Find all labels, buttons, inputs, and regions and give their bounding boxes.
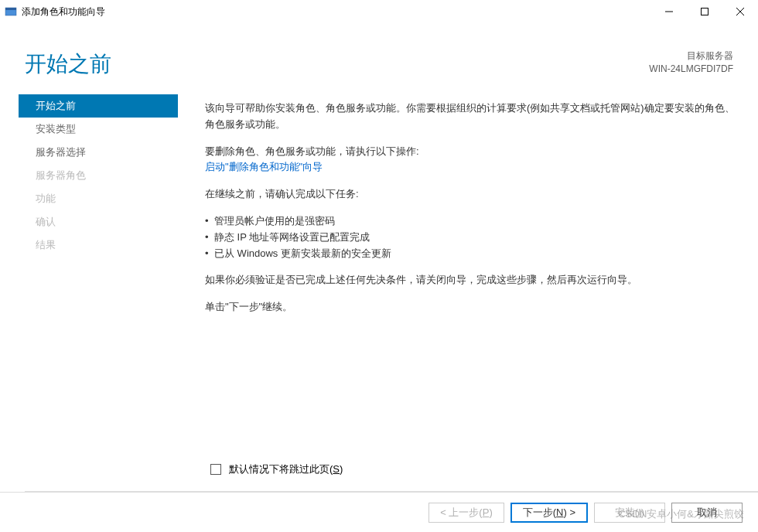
task-item: 静态 IP 地址等网络设置已配置完成 <box>205 230 735 246</box>
window-title: 添加角色和功能向导 <box>22 5 651 19</box>
tasks-intro: 在继续之前，请确认完成以下任务: <box>205 186 735 203</box>
sidebar-label: 功能 <box>36 192 56 206</box>
launch-remove-wizard-link[interactable]: 启动"删除角色和功能"向导 <box>205 161 323 172</box>
app-icon <box>5 5 17 18</box>
page-title: 开始之前 <box>25 49 111 79</box>
sidebar-label: 结果 <box>36 238 56 252</box>
target-server-info: 目标服务器 WIN-24LMGFDI7DF <box>649 49 733 76</box>
content: 该向导可帮助你安装角色、角色服务或功能。你需要根据组织的计算要求(例如共享文档或… <box>178 94 758 326</box>
continue-text: 单击"下一步"继续。 <box>205 299 735 315</box>
sidebar-label: 服务器选择 <box>36 145 86 159</box>
sidebar-label: 安装类型 <box>36 122 76 136</box>
cancel-button[interactable]: 取消 <box>671 503 743 523</box>
skip-page-row: 默认情况下将跳过此页(S) <box>210 462 343 476</box>
body: 开始之前 安装类型 服务器选择 服务器角色 功能 确认 结果 该向导可帮助你安装… <box>0 87 758 326</box>
sidebar-label: 服务器角色 <box>36 169 86 182</box>
sidebar-item-features: 功能 <box>19 187 178 210</box>
svg-rect-1 <box>5 8 16 10</box>
sidebar-item-installation-type[interactable]: 安装类型 <box>19 118 178 141</box>
remove-line: 要删除角色、角色服务或功能，请执行以下操作: <box>205 145 419 157</box>
window-controls <box>651 0 758 23</box>
verify-text: 如果你必须验证是否已完成上述任何先决条件，请关闭向导，完成这些步骤，然后再次运行… <box>205 272 735 288</box>
task-item: 已从 Windows 更新安装最新的安全更新 <box>205 246 735 262</box>
minimize-button[interactable] <box>651 0 687 23</box>
wizard-sidebar: 开始之前 安装类型 服务器选择 服务器角色 功能 确认 结果 <box>0 94 178 326</box>
target-value: WIN-24LMGFDI7DF <box>649 63 733 76</box>
wizard-footer: < 上一步(P) 下一步(N) > 安装(I) 取消 <box>0 492 758 532</box>
sidebar-item-confirmation: 确认 <box>19 210 178 234</box>
intro-text: 该向导可帮助你安装角色、角色服务或功能。你需要根据组织的计算要求(例如共享文档或… <box>205 101 735 133</box>
task-item: 管理员帐户使用的是强密码 <box>205 213 735 230</box>
sidebar-item-server-roles: 服务器角色 <box>19 164 178 187</box>
sidebar-item-before-you-begin[interactable]: 开始之前 <box>19 94 178 118</box>
svg-rect-3 <box>702 9 708 15</box>
header: 开始之前 目标服务器 WIN-24LMGFDI7DF <box>0 23 758 87</box>
next-button[interactable]: 下一步(N) > <box>510 503 588 523</box>
remove-instruction: 要删除角色、角色服务或功能，请执行以下操作: 启动"删除角色和功能"向导 <box>205 144 735 176</box>
sidebar-item-results: 结果 <box>19 234 178 257</box>
sidebar-label: 确认 <box>36 215 56 229</box>
task-list: 管理员帐户使用的是强密码 静态 IP 地址等网络设置已配置完成 已从 Windo… <box>205 213 735 261</box>
install-button: 安装(I) <box>594 503 665 523</box>
skip-page-checkbox[interactable] <box>210 464 221 475</box>
previous-button: < 上一步(P) <box>429 503 504 523</box>
sidebar-item-server-selection[interactable]: 服务器选择 <box>19 141 178 164</box>
titlebar: 添加角色和功能向导 <box>0 0 758 23</box>
skip-page-label: 默认情况下将跳过此页(S) <box>229 462 343 476</box>
close-button[interactable] <box>722 0 758 23</box>
sidebar-label: 开始之前 <box>36 99 76 113</box>
maximize-button[interactable] <box>687 0 722 23</box>
target-label: 目标服务器 <box>649 49 733 63</box>
